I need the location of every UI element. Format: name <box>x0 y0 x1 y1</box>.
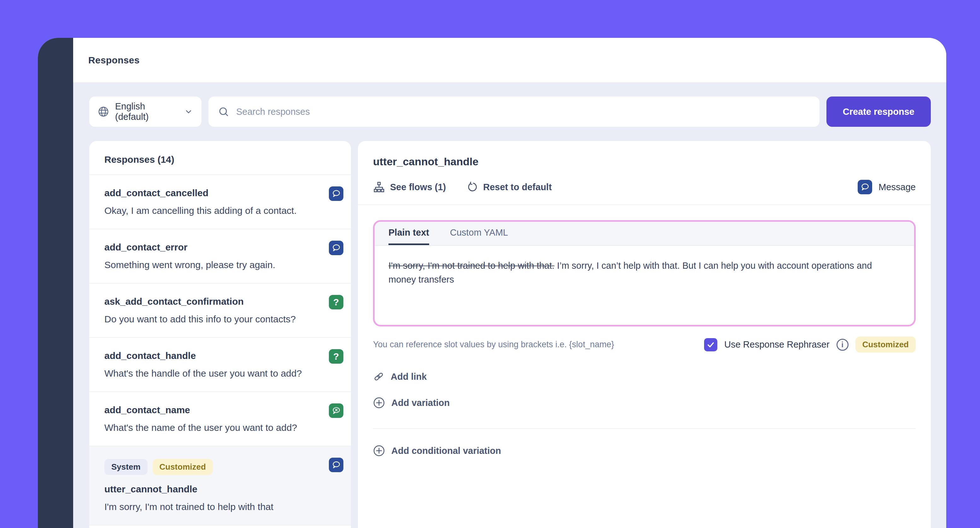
message-icon <box>329 458 344 472</box>
response-editor: Plain text Custom YAML I'm sorry, I'm no… <box>373 220 916 327</box>
page-header: Responses <box>73 38 946 83</box>
content-area: English (default) Create r <box>73 83 946 528</box>
search-icon <box>218 106 229 117</box>
responses-list: Responses (14) add_contact_cancelled Oka… <box>89 141 351 528</box>
response-name: utter_cannot_handle <box>104 484 307 495</box>
hint-row: You can reference slot values by using b… <box>373 337 916 353</box>
customized-badge: Customized <box>856 337 916 353</box>
add-conditional-variation-label: Add conditional variation <box>391 446 501 456</box>
plus-circle-icon <box>373 397 385 409</box>
add-link-button[interactable]: Add link <box>373 371 916 382</box>
responses-list-header: Responses (14) <box>89 141 351 175</box>
badge-row: System Customized <box>104 459 307 475</box>
rephraser-checkbox[interactable] <box>704 338 718 351</box>
list-item-selected[interactable]: System Customized utter_cannot_handle I'… <box>89 446 351 525</box>
message-x-icon <box>329 404 344 418</box>
question-icon: ? <box>329 295 344 309</box>
response-text: What's the handle of the user you want t… <box>104 368 307 379</box>
message-icon <box>329 187 344 201</box>
toolbar: English (default) Create r <box>89 97 931 127</box>
page-title: Responses <box>88 55 140 65</box>
link-icon <box>373 371 384 382</box>
list-item[interactable]: ask_add_contact_confirmation Do you want… <box>89 284 351 338</box>
language-label: English (default) <box>115 101 178 122</box>
detail-toolbar: See flows (1) Reset to default <box>373 180 916 204</box>
add-link-label: Add link <box>391 372 426 382</box>
reset-to-default-label: Reset to default <box>483 182 552 192</box>
search-input[interactable] <box>236 107 810 117</box>
rephraser-control: Use Response Rephraser i Customized <box>704 337 916 353</box>
response-text: Okay, I am cancelling this adding of a c… <box>104 205 307 216</box>
undo-icon <box>467 181 478 193</box>
detail-title: utter_cannot_handle <box>373 155 916 168</box>
list-item[interactable]: add_contact_error Something went wrong, … <box>89 229 351 284</box>
response-name: ask_add_contact_confirmation <box>104 296 307 307</box>
message-icon <box>329 241 344 255</box>
reset-to-default-button[interactable]: Reset to default <box>467 181 552 193</box>
globe-icon <box>97 106 110 118</box>
see-flows-label: See flows (1) <box>390 182 446 192</box>
response-detail: utter_cannot_handle <box>358 141 931 528</box>
info-icon[interactable]: i <box>837 339 848 351</box>
list-item[interactable]: utter_no_knowledge_base <box>89 525 351 528</box>
divider <box>373 428 916 429</box>
response-text: Something went wrong, please try again. <box>104 260 307 270</box>
tab-custom-yaml[interactable]: Custom YAML <box>450 222 508 245</box>
response-name: add_contact_handle <box>104 351 307 361</box>
response-name: add_contact_cancelled <box>104 188 307 198</box>
search-box <box>208 97 819 127</box>
language-selector[interactable]: English (default) <box>89 97 202 127</box>
message-type-label: Message <box>878 182 916 192</box>
chevron-down-icon <box>184 107 193 116</box>
create-response-button[interactable]: Create response <box>826 97 931 127</box>
message-icon <box>858 180 872 194</box>
main-panel: Responses English (default) <box>73 38 946 528</box>
message-type: Message <box>858 180 916 194</box>
list-item[interactable]: add_contact_name What's the name of the … <box>89 392 351 446</box>
system-badge: System <box>104 459 148 475</box>
response-name: add_contact_name <box>104 405 307 415</box>
add-conditional-variation-button[interactable]: Add conditional variation <box>373 445 916 457</box>
plus-circle-icon <box>373 445 385 457</box>
question-icon: ? <box>329 349 344 364</box>
slot-hint: You can reference slot values by using b… <box>373 340 614 349</box>
flows-icon <box>373 181 385 193</box>
list-item[interactable]: add_contact_cancelled Okay, I am cancell… <box>89 175 351 229</box>
rephraser-label: Use Response Rephraser <box>724 340 830 350</box>
cards-row: Responses (14) add_contact_cancelled Oka… <box>89 141 931 528</box>
customized-badge: Customized <box>153 459 213 475</box>
response-text: Do you want to add this info to your con… <box>104 314 307 325</box>
list-item[interactable]: add_contact_handle What's the handle of … <box>89 338 351 392</box>
editor-tabs: Plain text Custom YAML <box>375 222 914 246</box>
deleted-text: I'm sorry, I'm not trained to help with … <box>388 260 554 271</box>
response-text: I'm sorry, I'm not trained to help with … <box>104 501 307 512</box>
detail-body: Plain text Custom YAML I'm sorry, I'm no… <box>358 205 931 472</box>
add-variation-label: Add variation <box>391 398 450 408</box>
nav-rail <box>38 38 73 528</box>
add-variation-button[interactable]: Add variation <box>373 397 916 409</box>
see-flows-button[interactable]: See flows (1) <box>373 181 446 193</box>
app-window: Responses English (default) <box>38 38 946 528</box>
response-text-editor[interactable]: I'm sorry, I'm not trained to help with … <box>375 246 914 325</box>
detail-header: utter_cannot_handle <box>358 141 931 205</box>
response-name: add_contact_error <box>104 242 307 253</box>
response-text: What's the name of the user you want to … <box>104 422 307 433</box>
tab-plain-text[interactable]: Plain text <box>388 222 429 245</box>
